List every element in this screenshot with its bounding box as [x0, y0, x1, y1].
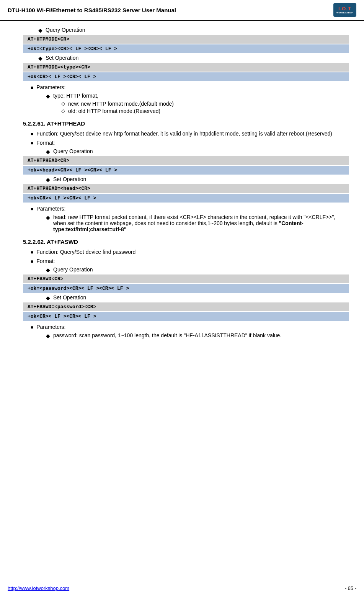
htpmode-query-block: AT+HTPMODE<CR> +ok=<type><CR>< LF ><CR><…	[23, 35, 349, 53]
htphead-set-resp: +ok<CR>< LF ><CR>< LF >	[23, 194, 349, 203]
faswd-param-block: ◆ password: scan password, 1~100 length,…	[31, 332, 349, 339]
diamond-icon-9: ◆	[46, 333, 50, 339]
query-operation-label: Query Operation	[46, 27, 85, 33]
htphead-set-op: ◆ Set Operation	[46, 176, 349, 183]
square-icon-4: ■	[31, 206, 33, 212]
head-item: ◆ head: new HTTP format packet content, …	[46, 214, 349, 232]
faswd-query-resp: +ok=<password><CR>< LF ><CR>< LF >	[23, 284, 349, 293]
faswd-format-item: ■ Format:	[31, 258, 349, 264]
logo-container: I.O.T WORKSHOP	[333, 3, 356, 17]
set-operation-label-1: Set Operation	[46, 55, 78, 61]
set-operation-label-3: Set Operation	[53, 294, 86, 301]
type-item: ◆ type: HTTP format,	[46, 93, 349, 99]
new-item: ◇ new: new HTTP format mode.(default mod…	[61, 101, 349, 107]
htphead-function-item: ■ Function: Query/Set device new http fo…	[31, 131, 349, 137]
params-item-1: ■ Parameters:	[31, 84, 349, 90]
faswd-set-resp: +ok<CR>< LF ><CR>< LF >	[23, 312, 349, 321]
main-content: ◆ Query Operation AT+HTPMODE<CR> +ok=<ty…	[0, 27, 364, 356]
htphead-query-op: ◆ Query Operation	[46, 148, 349, 155]
htphead-params: ■ Parameters: ◆ head: new HTTP format pa…	[23, 206, 349, 232]
footer-page: - 65 -	[345, 585, 356, 591]
format-label-1: Format:	[36, 140, 55, 146]
htphead-format-ops: ◆ Query Operation	[31, 148, 349, 155]
page-header: DTU-H100 Wi-Fi/Ethernet to RS485/RS232 S…	[0, 0, 364, 21]
section-62-heading: 5.2.2.62. AT+FASWD	[23, 239, 349, 245]
square-icon-3: ■	[31, 141, 33, 146]
section-61-label: 5.2.2.61. AT+HTPHEAD	[23, 120, 85, 127]
faswd-set-op: ◆ Set Operation	[46, 294, 349, 301]
htphead-set-op-wrapper: ◆ Set Operation	[23, 176, 349, 183]
set-operation-label-2: Set Operation	[53, 176, 86, 182]
section-62-label: 5.2.2.62. AT+FASWD	[23, 239, 78, 245]
footer-url[interactable]: http://www.iotworkshop.com	[8, 585, 69, 591]
htphead-function-block: ■ Function: Query/Set device new http fo…	[23, 131, 349, 137]
page-footer: http://www.iotworkshop.com - 65 -	[0, 582, 364, 594]
set-operation-item-1: ◆ Set Operation	[38, 55, 349, 61]
diamond-icon-5: ◆	[46, 176, 50, 183]
htpmode-param-type-block: ◆ type: HTTP format, ◇ new: new HTTP for…	[31, 93, 349, 114]
htphead-format-block: ■ Format: ◆ Query Operation	[23, 140, 349, 155]
faswd-params: ■ Parameters: ◆ password: scan password,…	[23, 324, 349, 339]
faswd-query-op-wrapper: ◆ Query Operation	[31, 266, 349, 273]
format-label-2: Format:	[36, 258, 55, 264]
htpmode-set-resp: +ok<CR>< LF ><CR>< LF >	[23, 72, 349, 81]
new-label: new: new HTTP format mode.(default mode)	[68, 101, 174, 107]
square-icon-5: ■	[31, 250, 33, 255]
password-text: password: scan password, 1~100 length, t…	[53, 332, 281, 338]
old-item: ◇ old: old HTTP format mode.(Reserved)	[61, 108, 349, 114]
diamond-icon-8: ◆	[46, 295, 50, 301]
query-operation-section: ◆ Query Operation	[23, 27, 349, 33]
header-title: DTU-H100 Wi-Fi/Ethernet to RS485/RS232 S…	[8, 7, 176, 13]
diamond-icon-7: ◆	[46, 267, 50, 273]
logo-workshop: WORKSHOP	[336, 11, 353, 14]
htpmode-query-cmd: AT+HTPMODE<CR>	[23, 35, 349, 44]
diamond-icon-4: ◆	[46, 149, 50, 155]
faswd-set-block: AT+FASWD=<password><CR> +ok<CR>< LF ><CR…	[23, 302, 349, 321]
diamond-icon-1: ◆	[38, 27, 42, 33]
params-item-2: ■ Parameters:	[31, 206, 349, 212]
htphead-query-block: AT+HTPHEAD<CR> +ok=<head><CR>< LF ><CR><…	[23, 156, 349, 175]
arrow-icon-1: ◇	[61, 101, 65, 106]
square-icon-2: ■	[31, 131, 33, 137]
faswd-set-op-wrapper: ◆ Set Operation	[23, 294, 349, 301]
params-item-3: ■ Parameters:	[31, 324, 349, 330]
faswd-function-block: ■ Function: Query/Set device find passwo…	[23, 249, 349, 255]
htpmode-query-resp: +ok=<type><CR>< LF ><CR>< LF >	[23, 44, 349, 53]
square-icon-1: ■	[31, 85, 33, 90]
logo-box: I.O.T WORKSHOP	[333, 3, 356, 17]
htpmode-set-block: AT+HTPMODE=<type><CR> +ok<CR>< LF ><CR><…	[23, 63, 349, 81]
faswd-format-block: ■ Format: ◆ Query Operation	[23, 258, 349, 273]
htpmode-subitems: ◇ new: new HTTP format mode.(default mod…	[46, 101, 349, 114]
htpmode-params: ■ Parameters: ◆ type: HTTP format, ◇ new…	[23, 84, 349, 114]
htphead-query-cmd: AT+HTPHEAD<CR>	[23, 156, 349, 165]
square-icon-7: ■	[31, 325, 33, 330]
htphead-query-resp: +ok=<head><CR>< LF ><CR>< LF >	[23, 166, 349, 175]
old-label: old: old HTTP format mode.(Reserved)	[68, 108, 160, 114]
arrow-icon-2: ◇	[61, 108, 65, 114]
head-text: head: new HTTP format packet content, if…	[53, 214, 349, 232]
faswd-query-cmd: AT+FASWD<CR>	[23, 274, 349, 283]
type-label: type: HTTP format,	[53, 93, 98, 99]
diamond-icon-6: ◆	[46, 214, 50, 221]
query-operation-label-3: Query Operation	[53, 266, 93, 273]
parameters-label-3: Parameters:	[36, 324, 65, 330]
section-61-heading: 5.2.2.61. AT+HTPHEAD	[23, 120, 349, 127]
faswd-function-text: Function: Query/Set device find password	[36, 249, 135, 255]
password-item: ◆ password: scan password, 1~100 length,…	[46, 332, 349, 339]
square-icon-6: ■	[31, 259, 33, 264]
htphead-set-cmd: AT+HTPHEAD=<head><CR>	[23, 184, 349, 193]
parameters-label-2: Parameters:	[36, 206, 65, 212]
htphead-param-head-block: ◆ head: new HTTP format packet content, …	[31, 214, 349, 232]
logo-iot: I.O.T	[338, 6, 351, 11]
parameters-label-1: Parameters:	[36, 84, 65, 90]
htphead-function-text: Function: Query/Set device new http form…	[36, 131, 332, 137]
htpmode-set-cmd: AT+HTPMODE=<type><CR>	[23, 63, 349, 72]
query-operation-item: ◆ Query Operation	[38, 27, 349, 33]
faswd-query-op: ◆ Query Operation	[46, 266, 349, 273]
htphead-format-item: ■ Format:	[31, 140, 349, 146]
diamond-icon-2: ◆	[38, 55, 42, 61]
diamond-icon-3: ◆	[46, 93, 50, 99]
htphead-set-block: AT+HTPHEAD=<head><CR> +ok<CR>< LF ><CR><…	[23, 184, 349, 203]
faswd-set-cmd: AT+FASWD=<password><CR>	[23, 302, 349, 311]
faswd-function-item: ■ Function: Query/Set device find passwo…	[31, 249, 349, 255]
